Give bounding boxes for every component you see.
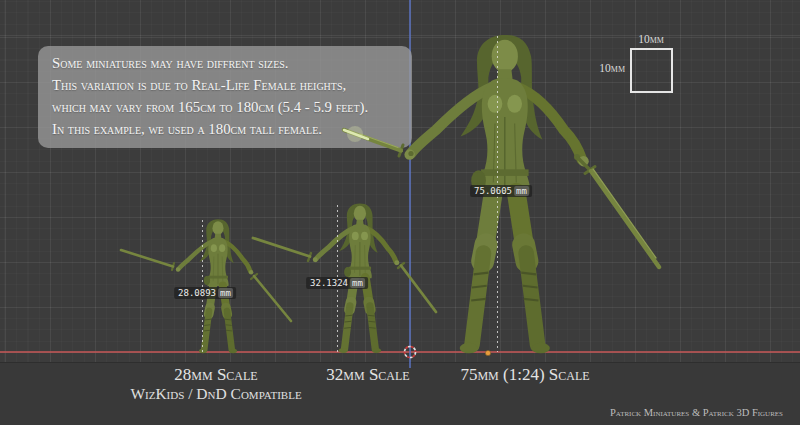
measure-value: 28.0893: [178, 288, 216, 298]
measure-unit: mm: [218, 288, 233, 298]
3d-cursor-icon: [405, 347, 416, 358]
blender-viewport[interactable]: Some miniatures may have diffrent sizes.…: [0, 0, 800, 425]
origin-dot: [485, 350, 490, 355]
measure-value: 32.1324: [310, 278, 348, 288]
measure-line-28mm: [202, 220, 203, 352]
miniature-figures-layer: [0, 0, 800, 425]
measure-label-75mm: 75.0605mm: [470, 185, 532, 197]
measure-unit: mm: [350, 278, 365, 288]
measure-label-32mm: 32.1324mm: [306, 277, 368, 289]
measure-unit: mm: [514, 186, 529, 196]
measure-value: 75.0605: [474, 186, 512, 196]
measure-label-28mm: 28.0893mm: [174, 287, 236, 299]
